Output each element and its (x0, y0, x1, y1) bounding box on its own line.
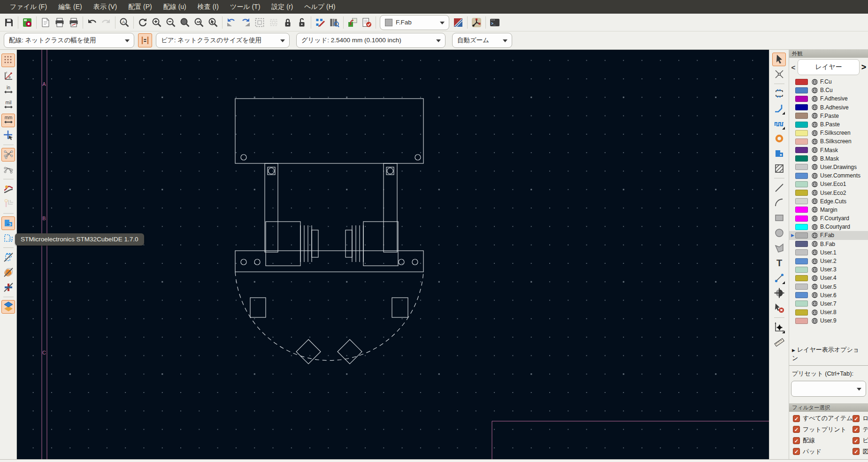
cross-bar[interactable] (235, 251, 423, 272)
layer-visibility-eye-icon[interactable] (811, 292, 818, 299)
layer-name[interactable]: Edge.Cuts (820, 198, 846, 205)
via-size-selector[interactable]: ビア: ネットクラスのサイズを使用 (156, 33, 290, 48)
layer-visibility-eye-icon[interactable] (811, 95, 818, 102)
layer-row[interactable]: F.Cu (789, 77, 868, 86)
tab-next-arrow-icon[interactable]: > (860, 62, 867, 72)
arm-pad[interactable] (268, 167, 275, 175)
layer-color-swatch[interactable] (795, 173, 808, 179)
menu-item[interactable]: 編集 (E) (53, 0, 87, 14)
layer-name[interactable]: User.Eco2 (820, 190, 846, 196)
sketch-pads-mode-button[interactable] (1, 266, 15, 279)
local-ratsnest-tool-button[interactable] (772, 68, 786, 81)
chassis-arc[interactable] (235, 272, 423, 361)
mounting-hole[interactable] (387, 168, 393, 174)
layer-name[interactable]: B.Courtyard (820, 223, 850, 230)
mounting-hole[interactable] (241, 154, 246, 160)
zoom-out-button[interactable] (164, 15, 178, 30)
layer-row[interactable]: User.1 (789, 248, 868, 257)
layer-row[interactable]: User.4 (789, 274, 868, 282)
zone-display-filled-button[interactable] (1, 216, 15, 230)
footprint-editor-button[interactable] (313, 15, 327, 30)
layer-row[interactable]: User.8 (789, 308, 868, 316)
layer-visibility-eye-icon[interactable] (811, 198, 818, 205)
layer-color-swatch[interactable] (795, 216, 808, 222)
layer-name[interactable]: F.Silkscreen (820, 130, 851, 136)
zoom-selector[interactable]: 自動ズーム (452, 33, 512, 48)
layer-color-swatch[interactable] (795, 292, 808, 298)
layer-visibility-eye-icon[interactable] (811, 309, 818, 316)
layer-color-swatch[interactable] (795, 284, 808, 290)
right-motor-shaft[interactable] (346, 230, 352, 257)
layer-row[interactable]: F.Silkscreen (789, 129, 868, 137)
layer-row[interactable]: B.Paste (789, 120, 868, 129)
layer-color-swatch[interactable] (795, 190, 808, 196)
local-ratsnest-button[interactable] (1, 197, 15, 211)
filter-label[interactable]: パッド (803, 447, 822, 456)
place-footprint-tool-button[interactable] (772, 87, 786, 100)
layer-visibility-eye-icon[interactable] (811, 112, 818, 119)
layer-row[interactable]: B.Fab (789, 240, 868, 248)
menu-item[interactable]: 配線 (u) (158, 0, 192, 14)
zone-display-outline-button[interactable] (1, 231, 15, 245)
layer-color-swatch[interactable] (795, 113, 808, 119)
layer-visibility-eye-icon[interactable] (811, 249, 818, 256)
layer-row[interactable]: User.6 (789, 291, 868, 300)
route-tracks-tool-button[interactable] (772, 102, 786, 116)
layer-row[interactable]: F.Adhesive (789, 94, 868, 103)
layer-row[interactable]: B.Adhesive (789, 103, 868, 112)
layer-name[interactable]: User.5 (820, 284, 837, 290)
find-button[interactable] (117, 15, 131, 30)
right-arm[interactable] (384, 163, 397, 252)
toggle-grid-button[interactable] (1, 54, 15, 67)
layer-visibility-eye-icon[interactable] (811, 240, 818, 247)
layer-row[interactable]: Edge.Cuts (789, 197, 868, 206)
layer-name[interactable]: User.4 (820, 275, 837, 281)
add-rule-area-tool-button[interactable] (772, 162, 786, 176)
redo-button[interactable] (99, 15, 113, 30)
checkbox-checked-icon[interactable]: ✓ (853, 426, 860, 433)
units-mm-button[interactable] (1, 114, 15, 127)
layer-visibility-eye-icon[interactable] (811, 258, 818, 265)
refresh-view-button[interactable] (136, 15, 150, 30)
mounting-hole[interactable] (241, 259, 246, 265)
board-setup-button[interactable] (20, 15, 34, 30)
layer-visibility-eye-icon[interactable] (811, 266, 818, 273)
layer-visibility-eye-icon[interactable] (811, 223, 818, 231)
layer-color-swatch[interactable] (795, 122, 808, 128)
units-mils-button[interactable] (1, 99, 15, 112)
show-ratsnest-button[interactable] (1, 148, 15, 162)
layer-color-swatch[interactable] (795, 181, 808, 187)
layer-row[interactable]: User.7 (789, 300, 868, 308)
sketch-tracks-mode-button[interactable] (1, 182, 15, 196)
filter-label[interactable]: フットプリント (803, 425, 846, 434)
layer-visibility-eye-icon[interactable] (811, 78, 818, 85)
layer-name[interactable]: User.7 (820, 300, 837, 307)
auto-track-width-button[interactable] (138, 33, 152, 47)
layer-name[interactable]: F.Adhesive (820, 95, 848, 102)
layer-name[interactable]: User.3 (820, 266, 837, 273)
layer-name[interactable]: F.Courtyard (820, 215, 849, 222)
caster-diamond[interactable] (296, 339, 321, 364)
layer-color-swatch[interactable] (795, 147, 808, 153)
curved-ratsnest-button[interactable] (1, 163, 15, 177)
select-tool-button[interactable] (772, 53, 786, 66)
layer-row[interactable]: User.2 (789, 257, 868, 265)
layer-color-swatch[interactable] (795, 96, 808, 102)
tune-length-tool-button[interactable] (772, 117, 786, 131)
layer-row[interactable]: F.Courtyard (789, 214, 868, 223)
menu-item[interactable]: ファイル (F) (5, 0, 52, 14)
arm-pad[interactable] (386, 167, 394, 175)
layer-visibility-eye-icon[interactable] (811, 317, 818, 324)
layer-row[interactable]: B.Silkscreen (789, 137, 868, 146)
layer-color-swatch[interactable] (795, 130, 808, 136)
layer-row[interactable]: User.Eco2 (789, 188, 868, 197)
high-contrast-mode-button[interactable] (1, 300, 15, 314)
layer-name[interactable]: F.Fab (820, 232, 834, 239)
board-fab-outline[interactable] (235, 99, 423, 364)
sensor-cutout[interactable] (392, 298, 408, 317)
mounting-hole[interactable] (415, 154, 421, 160)
layer-visibility-eye-icon[interactable] (811, 215, 818, 222)
layer-name[interactable]: User.Comments (820, 172, 860, 179)
mounting-hole[interactable] (399, 259, 404, 265)
zoom-in-button[interactable] (150, 15, 164, 30)
